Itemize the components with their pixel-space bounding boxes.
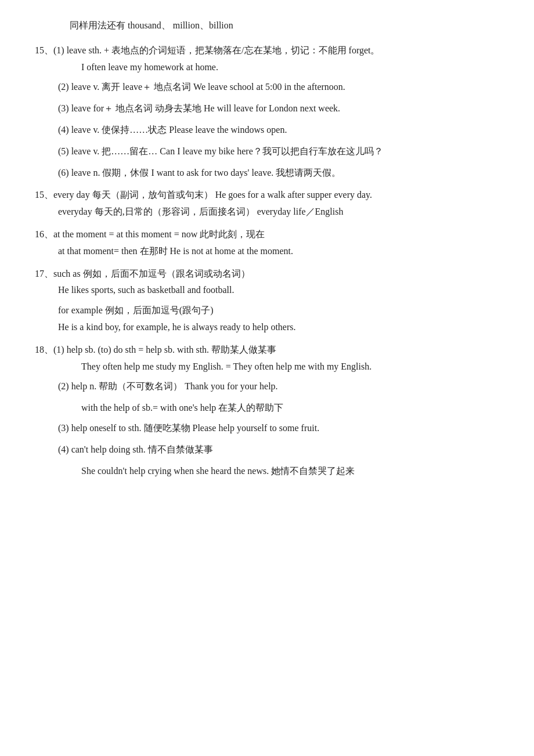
sub-15a-3: (3) leave for＋ 地点名词 动身去某地 He will leave … (35, 100, 499, 117)
sub-15a-2: (2) leave v. 离开 leave＋ 地点名词 We leave sch… (35, 79, 499, 96)
sub-18-2-extra: with the help of sb.= with one's help 在某… (35, 400, 499, 417)
sub-15b-2: everyday 每天的,日常的（形容词，后面接名词） everyday lif… (35, 204, 499, 220)
section-label-15b: 15、every day 每天（副词，放句首或句末） He goes for a… (35, 187, 499, 204)
sub-18-1-example: They often help me study my English. = T… (35, 359, 499, 375)
section-17: 17、such as 例如，后面不加逗号（跟名词或动名词） He likes s… (35, 266, 499, 336)
sub-17-4: He is a kind boy, for example, he is alw… (35, 319, 499, 336)
sub-15a-5: (5) leave v. 把……留在… Can I leave my bike … (35, 143, 499, 160)
section-label-15a: 15、(1) leave sth. + 表地点的介词短语，把某物落在/忘在某地，… (35, 42, 499, 59)
sub-18-2: (2) help n. 帮助（不可数名词） Thank you for your… (35, 378, 499, 395)
section-label-17: 17、such as 例如，后面不加逗号（跟名词或动名词） (35, 266, 499, 283)
top-note: 同样用法还有 thousand、 million、billion (35, 17, 499, 34)
document-content: 同样用法还有 thousand、 million、billion 15、(1) … (35, 17, 499, 479)
example-15a-1: I often leave my homework at home. (35, 59, 499, 76)
section-18: 18、(1) help sb. (to) do sth = help sb. w… (35, 342, 499, 480)
sub-17-2: He likes sports, such as basketball and … (35, 282, 499, 299)
section-label-16: 16、at the moment = at this moment = now … (35, 226, 499, 243)
section-15a: 15、(1) leave sth. + 表地点的介词短语，把某物落在/忘在某地，… (35, 42, 499, 182)
sub-17-3: for example 例如，后面加逗号(跟句子) (35, 302, 499, 319)
sub-18-3: (3) help oneself to sth. 随便吃某物 Please he… (35, 420, 499, 437)
sub-16-2: at that moment= then 在那时 He is not at ho… (35, 243, 499, 260)
section-label-18: 18、(1) help sb. (to) do sth = help sb. w… (35, 342, 499, 359)
section-16: 16、at the moment = at this moment = now … (35, 226, 499, 260)
sub-15a-6: (6) leave n. 假期，休假 I want to ask for two… (35, 165, 499, 182)
section-15b: 15、every day 每天（副词，放句首或句末） He goes for a… (35, 187, 499, 220)
sub-15a-4: (4) leave v. 使保持……状态 Please leave the wi… (35, 122, 499, 139)
sub-18-4-example: She couldn't help crying when she heard … (35, 463, 499, 480)
sub-18-4: (4) can't help doing sth. 情不自禁做某事 (35, 442, 499, 458)
